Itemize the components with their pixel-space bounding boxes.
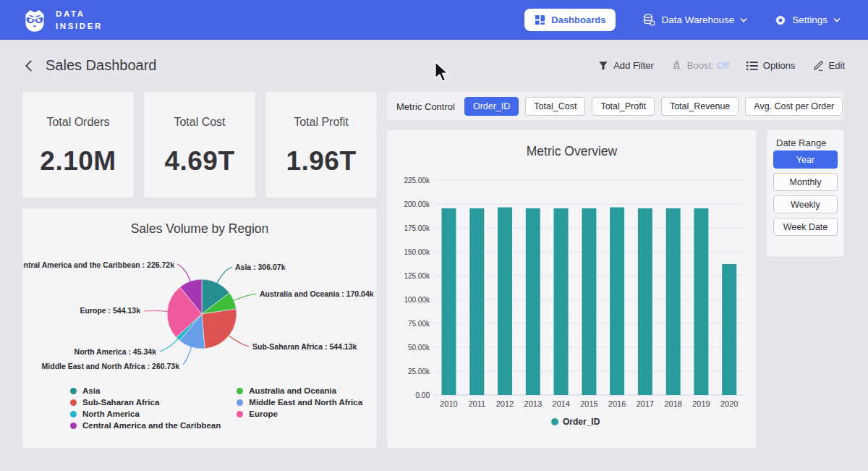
pie-chart-card: Sales Volume by Region Asia : 306.07kAus… (22, 208, 377, 449)
kpi-label: Total Cost (174, 116, 225, 129)
pie-leader-line (234, 294, 256, 300)
brand-line1: DATA (56, 8, 103, 20)
legend-dot (237, 388, 243, 394)
database-icon (643, 14, 655, 26)
options-button[interactable]: Options (746, 60, 796, 71)
legend-dot (70, 423, 77, 429)
date-range-label: Date Range (776, 137, 843, 148)
bar-2012[interactable] (498, 208, 512, 395)
header-actions: Add Filter Boost: Off (598, 60, 845, 71)
x-tick-label: 2018 (664, 399, 681, 408)
bar-2014[interactable] (554, 208, 569, 395)
legend-dot (70, 399, 77, 406)
legend-label: Middle East and North Africa (249, 398, 362, 407)
legend-label: Australia and Oceania (249, 386, 336, 395)
y-tick-label: 225.00k (404, 177, 430, 184)
bar-2016[interactable] (610, 208, 624, 395)
legend-item[interactable]: Sub-Saharan Africa (70, 398, 221, 407)
boost-state: Off (717, 60, 729, 71)
dashboards-label: Dashboards (551, 14, 605, 25)
dashboards-button[interactable]: Dashboards (524, 9, 616, 31)
pie-leader-line (217, 267, 232, 283)
pie-leader-line (144, 311, 167, 312)
pencil-edit-icon (813, 60, 824, 71)
y-tick-label: 75.00k (408, 320, 430, 328)
kpi-card-total-cost: Total Cost 4.69T (144, 92, 255, 198)
x-tick-label: 2014 (552, 399, 569, 408)
data-warehouse-menu[interactable]: Data Warehouse (643, 14, 747, 26)
x-tick-label: 2013 (524, 399, 542, 408)
metric-option-3[interactable]: Total_Profit (592, 97, 655, 116)
chevron-left-icon (25, 59, 33, 72)
bar-2010[interactable] (442, 208, 456, 395)
bar-2015[interactable] (582, 208, 596, 395)
chevron-down-icon (833, 17, 841, 22)
legend-item[interactable]: Australia and Oceania (237, 386, 362, 395)
date-range-option-1[interactable]: Year (773, 150, 838, 169)
metric-option-2[interactable]: Total_Cost (525, 97, 585, 116)
kpi-label: Total Profit (294, 116, 349, 129)
edit-button[interactable]: Edit (813, 60, 845, 71)
dashboard-header: Sales Dashboard Add Filter (0, 49, 868, 82)
y-tick-label: 25.00k (408, 368, 430, 375)
bar-2017[interactable] (638, 208, 652, 395)
bar-2018[interactable] (666, 208, 681, 395)
settings-menu[interactable]: Settings (775, 14, 841, 26)
y-tick-label: 50.00k (408, 344, 430, 352)
legend-item[interactable]: Asia (70, 386, 221, 395)
kpi-card-total-orders: Total Orders 2.10M (22, 92, 134, 198)
edit-label: Edit (829, 60, 845, 71)
x-tick-label: 2019 (692, 399, 710, 408)
kpi-card-total-profit: Total Profit 1.96T (265, 92, 377, 198)
metric-option-1[interactable]: Order_ID (464, 97, 519, 116)
bar-2020[interactable] (722, 264, 736, 395)
pie-leader-line (183, 347, 192, 365)
legend-item[interactable]: North America (70, 410, 221, 418)
bar-2013[interactable] (526, 208, 540, 395)
y-tick-label: 125.00k (404, 272, 430, 280)
add-filter-button[interactable]: Add Filter (598, 60, 654, 71)
brand-line2: INSIDER (56, 20, 103, 33)
x-tick-label: 2011 (468, 399, 485, 408)
add-filter-label: Add Filter (613, 60, 654, 71)
x-tick-label: 2020 (720, 399, 738, 408)
legend-dot (70, 411, 77, 417)
pie-slice-label: Sub-Saharan Africa : 544.13k (252, 342, 357, 351)
pie-slice-label: Australia and Oceania : 170.04k (260, 289, 374, 298)
filter-funnel-icon (598, 61, 608, 71)
rocket-icon (671, 60, 682, 71)
metric-option-4[interactable]: Total_Revenue (661, 97, 739, 116)
pie-leader-line (160, 339, 178, 352)
page-title: Sales Dashboard (46, 57, 156, 74)
legend-item[interactable]: Middle East and North Africa (237, 398, 362, 407)
back-button[interactable] (22, 58, 35, 74)
brand-logo[interactable]: DATA INSIDER (22, 7, 103, 33)
bar-chart-svg: 0.0025.00k50.00k75.00k100.00k125.00k150.… (388, 130, 757, 449)
y-tick-label: 175.00k (404, 224, 430, 232)
legend-item[interactable]: Europe (237, 410, 362, 418)
boost-toggle[interactable]: Boost: Off (671, 60, 729, 71)
bar-2019[interactable] (694, 208, 708, 395)
list-options-icon (746, 61, 758, 71)
pie-slice-label: North America : 45.34k (75, 347, 157, 356)
kpi-label: Total Orders (46, 116, 109, 129)
app-root: DATA INSIDER Dashboards (0, 0, 868, 471)
legend-dot (237, 399, 243, 406)
gear-icon (775, 14, 786, 26)
legend-label: Sub-Saharan Africa (82, 398, 159, 407)
pie-slice-label: Middle East and North Africa : 260.73k (42, 362, 180, 370)
x-tick-label: 2015 (580, 399, 597, 408)
navbar-menu: Dashboards Data Warehouse (524, 9, 841, 31)
legend-label: Central America and the Caribbean (82, 421, 221, 430)
date-range-option-2[interactable]: Monthly (773, 173, 838, 191)
metric-option-5[interactable]: Avg. Cost per Order (745, 97, 843, 116)
date-range-option-4[interactable]: Week Date (773, 218, 838, 236)
legend-item[interactable]: Central America and the Caribbean (70, 421, 221, 430)
date-range-buttons: YearMonthlyWeeklyWeek Date (773, 150, 838, 236)
date-range-option-3[interactable]: Weekly (773, 195, 838, 213)
dashboard-grid-icon (535, 14, 545, 25)
legend-label: North America (82, 410, 140, 418)
data-warehouse-label: Data Warehouse (661, 14, 734, 25)
pie-slice-3[interactable] (202, 309, 237, 349)
bar-2011[interactable] (469, 208, 484, 395)
